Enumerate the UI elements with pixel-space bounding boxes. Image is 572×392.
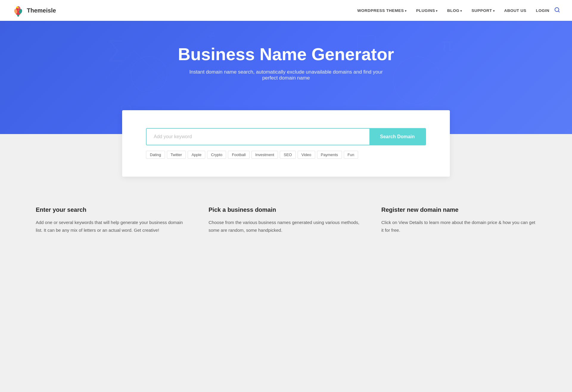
search-domain-button[interactable]: Search Domain xyxy=(369,129,425,145)
info-body-pick: Choose from the various business names g… xyxy=(209,219,363,234)
hero-title: Business Name Generator xyxy=(178,45,394,64)
tag-video[interactable]: Video xyxy=(298,151,315,159)
tag-fun[interactable]: Fun xyxy=(344,151,358,159)
svg-point-7 xyxy=(19,8,20,8)
svg-point-15 xyxy=(131,57,167,92)
tag-twitter[interactable]: Twitter xyxy=(167,151,186,159)
logo-text: Themeisle xyxy=(27,7,56,14)
tag-dating[interactable]: Dating xyxy=(146,151,165,159)
info-block-search: Enter your search Add one or several key… xyxy=(36,206,191,234)
search-row: Search Domain xyxy=(146,128,426,145)
tag-seo[interactable]: SEO xyxy=(280,151,296,159)
tags-row: Dating Twitter Apple Crypto Football Inv… xyxy=(146,151,426,159)
nav-login[interactable]: LOGIN xyxy=(536,8,549,13)
nav-support[interactable]: SUPPORT xyxy=(472,8,495,13)
nav-plugins[interactable]: PLUGINS xyxy=(416,8,438,13)
tag-investment[interactable]: Investment xyxy=(251,151,278,159)
info-block-pick: Pick a business domain Choose from the v… xyxy=(209,206,363,234)
info-body-register: Click on View Details to learn more abou… xyxy=(381,219,536,234)
svg-text:π: π xyxy=(441,35,453,55)
tag-crypto[interactable]: Crypto xyxy=(207,151,226,159)
svg-text:∑: ∑ xyxy=(107,35,124,62)
search-icon-button[interactable] xyxy=(554,7,560,14)
nav-about-us[interactable]: ABOUT US xyxy=(504,8,526,13)
nav-links: WORDPRESS THEMES PLUGINS BLOG SUPPORT AB… xyxy=(357,8,549,13)
tag-payments[interactable]: Payments xyxy=(317,151,342,159)
tag-football[interactable]: Football xyxy=(228,151,249,159)
svg-line-10 xyxy=(558,11,559,12)
logo-icon xyxy=(12,4,24,17)
info-block-register: Register new domain name Click on View D… xyxy=(381,206,536,234)
nav-blog[interactable]: BLOG xyxy=(447,8,462,13)
info-heading-register: Register new domain name xyxy=(381,206,536,213)
info-section: Enter your search Add one or several key… xyxy=(0,189,572,258)
logo-link[interactable]: Themeisle xyxy=(12,4,56,17)
keyword-input[interactable] xyxy=(147,129,369,145)
svg-point-16 xyxy=(393,57,441,104)
search-icon xyxy=(554,7,560,13)
nav-wordpress-themes[interactable]: WORDPRESS THEMES xyxy=(357,8,406,13)
info-heading-search: Enter your search xyxy=(36,206,191,213)
search-card: Search Domain Dating Twitter Apple Crypt… xyxy=(122,110,450,177)
svg-text:≠: ≠ xyxy=(209,28,215,41)
search-card-wrapper: Search Domain Dating Twitter Apple Crypt… xyxy=(0,134,572,189)
tag-apple[interactable]: Apple xyxy=(188,151,205,159)
info-body-search: Add one or several keywords that will he… xyxy=(36,219,191,234)
hero-subtitle: Instant domain name search, automaticall… xyxy=(182,69,390,81)
navbar: Themeisle WORDPRESS THEMES PLUGINS BLOG … xyxy=(0,0,572,21)
info-heading-pick: Pick a business domain xyxy=(209,206,363,213)
svg-point-8 xyxy=(16,7,18,8)
